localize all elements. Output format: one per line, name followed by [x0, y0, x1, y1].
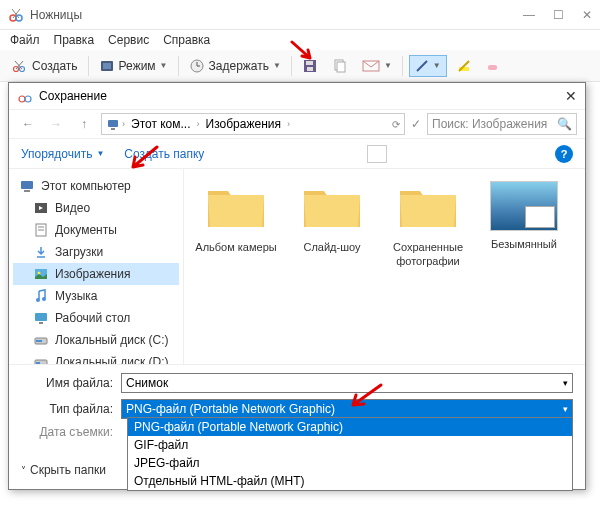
svg-rect-39	[35, 313, 47, 321]
dialog-title: Сохранение	[39, 89, 107, 103]
svg-rect-15	[307, 67, 313, 71]
filename-label: Имя файла:	[21, 376, 121, 390]
menu-file[interactable]: Файл	[10, 33, 40, 47]
back-button[interactable]: ←	[17, 113, 39, 135]
nav-bar: ← → ↑ › Этот ком... › Изображения › ⟳ ✓ …	[9, 109, 585, 139]
app-icon	[8, 7, 24, 23]
pen-icon	[415, 59, 429, 73]
forward-button[interactable]: →	[45, 113, 67, 135]
dialog-bottom: Имя файла: Снимок ▾ Тип файла: PNG-файл …	[9, 364, 585, 453]
dialog-close-button[interactable]: ✕	[565, 88, 577, 104]
copy-button[interactable]	[328, 56, 352, 76]
nav-music[interactable]: Музыка	[13, 285, 179, 307]
thumbnail-icon	[490, 181, 558, 231]
svg-rect-17	[337, 62, 345, 72]
svg-line-19	[417, 61, 427, 71]
mode-button[interactable]: Режим ▼	[95, 56, 172, 76]
breadcrumb[interactable]: › Этот ком... › Изображения › ⟳	[101, 113, 405, 135]
svg-point-37	[36, 298, 40, 302]
clock-icon	[189, 58, 205, 74]
nav-this-pc[interactable]: Этот компьютер	[13, 175, 179, 197]
folder-item[interactable]: Сохраненные фотографии	[384, 181, 472, 269]
highlighter-button[interactable]	[453, 57, 475, 75]
copy-icon	[332, 58, 348, 74]
menu-help[interactable]: Справка	[163, 33, 210, 47]
toolbar: Создать Режим ▼ Задержать ▼ ▼ ▼	[0, 50, 600, 82]
dropdown-option[interactable]: GIF-файл	[128, 436, 572, 454]
svg-rect-9	[103, 63, 111, 69]
nav-downloads[interactable]: Загрузки	[13, 241, 179, 263]
mode-icon	[99, 58, 115, 74]
maximize-button[interactable]: ☐	[553, 8, 564, 22]
dialog-titlebar: Сохранение ✕	[9, 83, 585, 109]
help-button[interactable]: ?	[555, 145, 573, 163]
nav-desktop[interactable]: Рабочий стол	[13, 307, 179, 329]
new-button[interactable]: Создать	[8, 56, 82, 76]
svg-rect-26	[111, 128, 115, 130]
chevron-down-icon: ▼	[384, 61, 392, 70]
close-button[interactable]: ✕	[582, 8, 592, 22]
eraser-icon	[485, 59, 499, 73]
folder-icon	[300, 181, 364, 231]
nav-disk-c[interactable]: Локальный диск (C:)	[13, 329, 179, 351]
floppy-icon	[302, 58, 318, 74]
date-label: Дата съемки:	[21, 425, 121, 439]
folder-icon	[204, 181, 268, 231]
pen-button[interactable]: ▼	[409, 55, 447, 77]
chevron-down-icon: ▼	[273, 61, 281, 70]
folder-item[interactable]: Слайд-шоу	[288, 181, 376, 254]
chevron-down-icon: ▾	[563, 378, 568, 388]
file-item[interactable]: Безымянный	[480, 181, 568, 251]
refresh-icon[interactable]: ⟳	[392, 119, 400, 130]
crumb[interactable]: Изображения	[202, 117, 285, 131]
save-button[interactable]	[298, 56, 322, 76]
nav-videos[interactable]: Видео	[13, 197, 179, 219]
svg-point-23	[19, 96, 25, 102]
dropdown-option[interactable]: PNG-файл (Portable Network Graphic)	[128, 418, 572, 436]
search-input[interactable]: Поиск: Изображения 🔍	[427, 113, 577, 135]
menu-tools[interactable]: Сервис	[108, 33, 149, 47]
svg-rect-25	[108, 120, 118, 127]
file-list[interactable]: Альбом камеры Слайд-шоу Сохраненные фото…	[184, 169, 585, 364]
chevron-down-icon: ▼	[433, 61, 441, 70]
up-button[interactable]: ↑	[73, 113, 95, 135]
new-folder-button[interactable]: Создать папку	[124, 147, 204, 161]
svg-point-38	[42, 297, 46, 301]
filetype-select[interactable]: PNG-файл (Portable Network Graphic) ▾	[121, 399, 573, 419]
titlebar: Ножницы — ☐ ✕	[0, 0, 600, 30]
organize-button[interactable]: Упорядочить ▼	[21, 147, 104, 161]
hide-folders-button[interactable]: ˅ Скрыть папки	[21, 463, 106, 477]
view-button[interactable]	[367, 145, 387, 163]
scissors-icon	[12, 58, 28, 74]
search-placeholder: Поиск: Изображения	[432, 117, 547, 131]
menu-edit[interactable]: Правка	[54, 33, 95, 47]
nav-documents[interactable]: Документы	[13, 219, 179, 241]
refresh-button[interactable]: ✓	[411, 117, 421, 131]
crumb[interactable]: Этот ком...	[127, 117, 195, 131]
chevron-down-icon: ▼	[160, 61, 168, 70]
eraser-button[interactable]	[481, 57, 503, 75]
delay-button[interactable]: Задержать ▼	[185, 56, 285, 76]
folder-item[interactable]: Альбом камеры	[192, 181, 280, 254]
svg-rect-40	[39, 322, 43, 324]
nav-disk-d[interactable]: Локальный диск (D:)	[13, 351, 179, 364]
search-icon: 🔍	[557, 117, 572, 131]
dropdown-option[interactable]: JPEG-файл	[128, 454, 572, 472]
dropdown-option[interactable]: Отдельный HTML-файл (MHT)	[128, 472, 572, 490]
nav-pane: Этот компьютер Видео Документы Загрузки …	[9, 169, 184, 364]
nav-pictures[interactable]: Изображения	[13, 263, 179, 285]
svg-rect-22	[488, 65, 497, 70]
pc-icon	[106, 117, 120, 131]
menubar: Файл Правка Сервис Справка	[0, 30, 600, 50]
delay-label: Задержать	[209, 59, 269, 73]
mail-button[interactable]: ▼	[358, 57, 396, 75]
svg-rect-14	[306, 61, 313, 65]
app-icon	[17, 88, 33, 104]
mode-label: Режим	[119, 59, 156, 73]
filename-input[interactable]: Снимок ▾	[121, 373, 573, 393]
mail-icon	[362, 59, 380, 73]
svg-rect-28	[24, 190, 30, 192]
svg-rect-27	[21, 181, 33, 189]
new-label: Создать	[32, 59, 78, 73]
minimize-button[interactable]: —	[523, 8, 535, 22]
